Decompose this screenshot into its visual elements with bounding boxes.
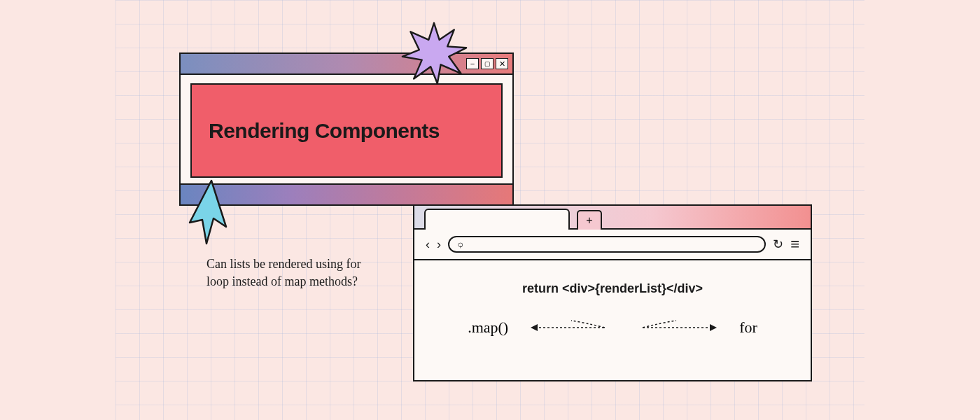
maximize-button[interactable]: ▢ [481, 58, 493, 69]
browser-toolbar: ‹ › ⌕ ↻ ≡ [414, 230, 811, 260]
browser-window: + ‹ › ⌕ ↻ ≡ return <div>{renderList}</di… [413, 204, 812, 382]
forward-button[interactable]: › [437, 237, 441, 252]
page-title: Rendering Components [209, 119, 440, 143]
svg-marker-2 [531, 324, 538, 331]
title-panel: Rendering Components [190, 83, 503, 178]
search-icon: ⌕ [454, 239, 465, 251]
menu-button[interactable]: ≡ [790, 235, 799, 253]
code-snippet: return <div>{renderList}</div> [442, 281, 783, 296]
svg-marker-3 [710, 324, 717, 331]
active-tab[interactable] [424, 209, 570, 230]
map-option: .map() [468, 318, 508, 337]
browser-content: return <div>{renderList}</div> .map() fo… [414, 260, 811, 359]
tab-strip: + [414, 206, 811, 230]
minimize-button[interactable]: − [466, 58, 479, 69]
svg-marker-0 [402, 23, 466, 83]
arrow-left-icon [529, 317, 613, 338]
starburst-icon [400, 20, 468, 87]
arrow-right-icon [634, 317, 718, 338]
for-option: for [739, 318, 757, 337]
reload-button[interactable]: ↻ [773, 237, 783, 252]
close-button[interactable]: ✕ [496, 58, 508, 69]
cursor-icon [187, 179, 236, 249]
address-bar[interactable]: ⌕ [448, 236, 766, 253]
back-button[interactable]: ‹ [426, 237, 430, 252]
svg-marker-1 [190, 181, 226, 244]
options-row: .map() for [442, 317, 783, 338]
new-tab-button[interactable]: + [577, 210, 602, 230]
question-text: Can lists be rendered using for loop ins… [206, 255, 368, 290]
